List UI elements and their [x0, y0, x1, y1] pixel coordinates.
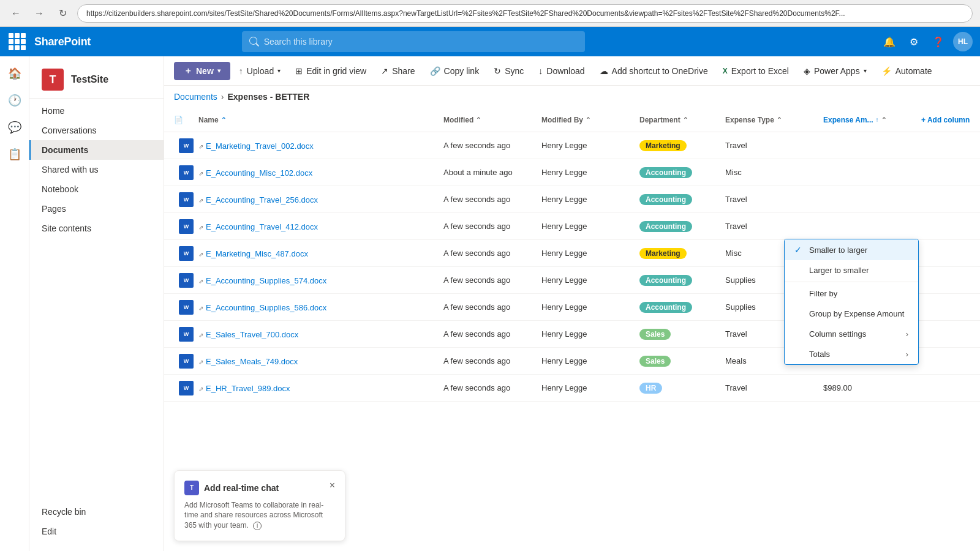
table-row[interactable]: W E_Marketing_Travel_002.docx A few seco… — [164, 132, 980, 159]
file-name[interactable]: E_Marketing_Travel_002.docx — [198, 141, 314, 151]
file-name[interactable]: E_Accounting_Supplies_574.docx — [198, 276, 326, 285]
sidebar-left: 🏠 🕐 💬 📋 — [0, 56, 29, 551]
breadcrumb-root-link[interactable]: Documents — [174, 92, 217, 102]
col-header-add-column[interactable]: + Add column — [921, 116, 970, 124]
dropdown-totals[interactable]: Totals › — [785, 344, 918, 364]
nav-item-home[interactable]: Home — [29, 101, 164, 121]
edit-grid-button[interactable]: ⊞ Edit in grid view — [289, 62, 372, 80]
automate-button[interactable]: ⚡ Automate — [875, 62, 938, 80]
modified-cell: A few seconds ago — [443, 329, 541, 339]
grid-icon: ⊞ — [295, 66, 303, 76]
dept-badge: Marketing — [639, 248, 687, 259]
modified-by-cell: Henry Legge — [541, 249, 639, 258]
col-header-expense-amount[interactable]: Expense Am... ↑ ⌃ — [823, 116, 921, 124]
forward-button[interactable]: → — [31, 5, 48, 22]
file-name[interactable]: E_Accounting_Supplies_586.docx — [198, 303, 326, 312]
nav-item-notebook[interactable]: Notebook — [29, 179, 164, 199]
dept-col-label: Department — [639, 116, 680, 124]
powerapps-chevron-icon: ▾ — [864, 67, 867, 74]
totals-chevron-icon: › — [906, 350, 908, 359]
file-name-cell: E_Marketing_Travel_002.docx — [198, 141, 443, 151]
col-header-expense-type[interactable]: Expense Type ⌃ — [725, 116, 823, 124]
expense-amount-dropdown-icon[interactable]: ⌃ — [881, 116, 886, 123]
sync-button[interactable]: ↻ Sync — [488, 62, 530, 80]
download-button[interactable]: ↓ Download — [532, 62, 590, 80]
notifications-button[interactable]: 🔔 — [880, 32, 899, 51]
table-row[interactable]: W E_Accounting_Travel_256.docx A few sec… — [164, 186, 980, 213]
dept-sort-icon: ⌃ — [683, 116, 688, 123]
column-settings-label: Column settings — [809, 329, 866, 339]
totals-label: Totals — [809, 350, 830, 359]
add-column-label: + Add column — [921, 116, 970, 124]
file-name[interactable]: E_Sales_Travel_700.docx — [198, 330, 298, 339]
header-right-icons: 🔔 ⚙ ❓ HL — [880, 32, 973, 51]
col-header-modified[interactable]: Modified ⌃ — [443, 116, 541, 124]
upload-chevron-icon: ▾ — [277, 67, 281, 74]
search-input[interactable] — [264, 37, 578, 47]
file-name[interactable]: E_Accounting_Misc_102.docx — [198, 168, 312, 178]
power-apps-label: Power Apps — [814, 66, 860, 76]
nav-item-shared[interactable]: Shared with us — [29, 160, 164, 179]
search-box[interactable] — [242, 31, 585, 52]
word-icon: W — [179, 354, 194, 369]
nav-item-site-contents[interactable]: Site contents — [29, 219, 164, 238]
modified-by-cell: Henry Legge — [541, 329, 639, 339]
file-name-cell: E_Accounting_Travel_256.docx — [198, 195, 443, 204]
site-icon: T — [42, 69, 64, 91]
file-name[interactable]: E_Accounting_Travel_412.docx — [198, 222, 318, 231]
upload-button[interactable]: ↑ Upload ▾ — [233, 62, 287, 80]
nav-bottom: Recycle bin Edit — [29, 497, 164, 546]
info-icon[interactable]: i — [253, 522, 262, 530]
new-button[interactable]: ＋ New ▾ — [174, 62, 230, 80]
sites-icon-btn[interactable]: 📋 — [2, 142, 27, 167]
settings-button[interactable]: ⚙ — [904, 32, 924, 51]
chat-icon-btn[interactable]: 💬 — [2, 115, 27, 140]
file-name[interactable]: E_HR_Travel_989.docx — [198, 384, 290, 393]
name-sort-icon: ⌃ — [221, 116, 226, 123]
chat-popup-body: Add Microsoft Teams to collaborate in re… — [184, 500, 335, 531]
nav-item-pages[interactable]: Pages — [29, 199, 164, 219]
dropdown-group-by[interactable]: Group by Expense Amount — [785, 304, 918, 324]
table-row[interactable]: W E_HR_Travel_989.docx A few seconds ago… — [164, 375, 980, 402]
table-row[interactable]: W E_Accounting_Misc_102.docx About a min… — [164, 159, 980, 186]
dept-badge: HR — [639, 383, 662, 394]
dept-badge: Accounting — [639, 221, 692, 232]
add-shortcut-button[interactable]: ☁ Add shortcut to OneDrive — [594, 62, 714, 80]
group-by-label: Group by Expense Amount — [809, 309, 904, 318]
dropdown-larger-to-smaller[interactable]: Larger to smaller — [785, 260, 918, 280]
nav-item-recycle-bin[interactable]: Recycle bin — [29, 502, 164, 522]
file-name[interactable]: E_Sales_Meals_749.docx — [198, 357, 298, 366]
nav-item-conversations[interactable]: Conversations — [29, 121, 164, 140]
file-name-cell: E_Accounting_Supplies_586.docx — [198, 302, 443, 312]
column-settings-chevron-icon: › — [906, 329, 908, 339]
plus-icon: ＋ — [184, 66, 192, 77]
help-button[interactable]: ❓ — [929, 32, 948, 51]
file-name[interactable]: E_Accounting_Travel_256.docx — [198, 195, 318, 204]
share-button[interactable]: ↗ Share — [375, 62, 421, 80]
dropdown-smaller-to-larger[interactable]: ✓ Smaller to larger — [785, 239, 918, 260]
modified-sort-icon: ⌃ — [476, 116, 481, 123]
dropdown-column-settings[interactable]: Column settings › — [785, 324, 918, 344]
col-header-modified-by[interactable]: Modified By ⌃ — [541, 116, 639, 124]
activity-icon-btn[interactable]: 🕐 — [2, 88, 27, 113]
excel-icon: X — [723, 67, 728, 75]
col-header-name[interactable]: Name ⌃ — [198, 116, 443, 124]
file-name[interactable]: E_Marketing_Misc_487.docx — [198, 249, 308, 258]
department-cell: Accounting — [639, 221, 725, 232]
table-row[interactable]: W E_Accounting_Travel_412.docx A few sec… — [164, 213, 980, 240]
nav-item-documents[interactable]: Documents — [29, 140, 164, 160]
dropdown-filter-by[interactable]: Filter by — [785, 283, 918, 304]
home-icon-btn[interactable]: 🏠 — [2, 61, 27, 86]
nav-item-edit[interactable]: Edit — [29, 522, 164, 541]
reload-button[interactable]: ↻ — [54, 5, 71, 22]
back-button[interactable]: ← — [7, 5, 24, 22]
waffle-menu-button[interactable] — [7, 32, 27, 51]
power-apps-button[interactable]: ◈ Power Apps ▾ — [797, 62, 873, 80]
export-excel-button[interactable]: X Export to Excel — [717, 62, 795, 80]
address-bar[interactable] — [77, 4, 973, 23]
col-header-department[interactable]: Department ⌃ — [639, 116, 725, 124]
expense-amount-dropdown: ✓ Smaller to larger Larger to smaller Fi… — [784, 239, 919, 365]
copy-link-button[interactable]: 🔗 Copy link — [424, 62, 486, 80]
chat-popup-close-button[interactable]: × — [330, 481, 335, 490]
user-avatar[interactable]: HL — [953, 32, 973, 51]
